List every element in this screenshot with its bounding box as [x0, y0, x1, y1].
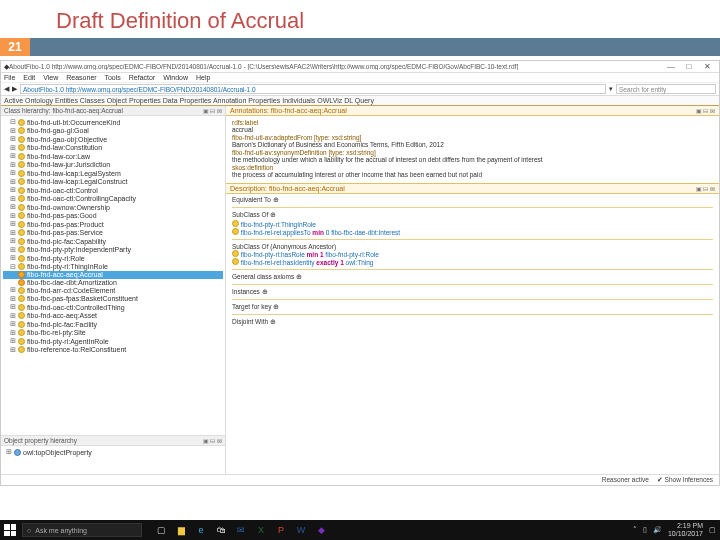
class-tree[interactable]: ⊟fibo-fnd-utl-bt:OccurrenceKind⊞fibo-fnd… — [1, 116, 225, 435]
clock-date[interactable]: 10/10/2017 — [668, 530, 703, 538]
expand-icon[interactable]: ⊞ — [5, 448, 12, 456]
expand-icon[interactable]: ⊞ — [9, 329, 16, 337]
expand-icon[interactable]: ⊞ — [9, 346, 16, 354]
menu-help[interactable]: Help — [196, 74, 210, 81]
expand-icon[interactable]: ⊞ — [9, 220, 16, 228]
tree-item[interactable]: ⊞fibo-fnd-law-lcap:LegalConstruct — [3, 178, 223, 187]
expand-icon[interactable]: ⊞ — [9, 161, 16, 169]
word-icon[interactable]: W — [294, 523, 308, 537]
edge-icon[interactable]: e — [194, 523, 208, 537]
tree-item[interactable]: ⊟fibo-fnd-utl-bt:OccurrenceKind — [3, 118, 223, 127]
tree-item[interactable]: ⊞fibo-fnd-pas-pas:Service — [3, 229, 223, 238]
show-inferences[interactable]: Show Inferences — [665, 476, 713, 483]
tree-item[interactable]: ⊞fibo-fnd-pty-rl:Role — [3, 254, 223, 263]
expand-icon[interactable]: ⊞ — [9, 135, 16, 143]
menu-file[interactable]: File — [4, 74, 15, 81]
tree-item[interactable]: ⊞fibo-fbc-rel-pty:Site — [3, 329, 223, 338]
maximize-button[interactable]: □ — [680, 62, 698, 71]
general-axioms-label[interactable]: General class axioms ⊕ — [232, 273, 713, 281]
expand-icon[interactable]: ⊞ — [9, 169, 16, 177]
tab-bar[interactable]: Active Ontology Entities Classes Object … — [1, 96, 719, 106]
tree-item[interactable]: ⊞fibo-fnd-arr-cd:CodeElement — [3, 286, 223, 295]
expand-icon[interactable]: ⊞ — [9, 203, 16, 211]
notifications-icon[interactable]: ▢ — [709, 526, 716, 534]
expand-icon[interactable]: ⊞ — [9, 229, 16, 237]
tree-item[interactable]: ⊞fibo-fnd-pty-pty:IndependentParty — [3, 246, 223, 255]
expand-icon[interactable]: ⊞ — [9, 312, 16, 320]
expand-icon[interactable]: ⊞ — [9, 178, 16, 186]
app-icon[interactable]: ◆ — [314, 523, 328, 537]
expand-icon[interactable]: ⊞ — [9, 195, 16, 203]
tree-item[interactable]: ⊞fibo-fnd-pty-rl:AgentInRole — [3, 337, 223, 346]
tree-item[interactable]: ⊞fibo-fnd-oac-ctl:ControllingCapacity — [3, 195, 223, 204]
tree-item[interactable]: ⊞fibo-fnd-gao-gl:Goal — [3, 127, 223, 136]
panel-controls-icon[interactable]: ▣ ⊟ ⊠ — [696, 185, 715, 192]
instances-label[interactable]: Instances ⊕ — [232, 288, 713, 296]
close-button[interactable]: ✕ — [698, 62, 716, 71]
panel-controls-icon[interactable]: ▣ ⊟ ⊠ — [203, 107, 222, 114]
expand-icon[interactable]: ⊞ — [9, 295, 16, 303]
excel-icon[interactable]: X — [254, 523, 268, 537]
back-icon[interactable]: ◀ — [4, 85, 9, 93]
powerpoint-icon[interactable]: P — [274, 523, 288, 537]
panel-controls-icon[interactable]: ▣ ⊟ ⊠ — [203, 437, 222, 444]
clock-time[interactable]: 2:19 PM — [668, 522, 703, 530]
expand-icon[interactable]: ⊞ — [9, 254, 16, 262]
tree-item[interactable]: ⊞fibo-fnd-law-jur:Jurisdiction — [3, 161, 223, 170]
expand-icon[interactable]: ⊟ — [9, 263, 16, 271]
equivalent-to-label[interactable]: Equivalent To ⊕ — [232, 196, 713, 204]
expand-icon[interactable]: ⊞ — [9, 303, 16, 311]
expand-icon[interactable]: ⊞ — [9, 286, 16, 294]
tree-item[interactable]: ⊞fibo-fnd-ownow:Ownership — [3, 203, 223, 212]
expand-icon[interactable]: ⊞ — [9, 127, 16, 135]
tree-item[interactable]: ⊞fibo-reference-to:RelConstituent — [3, 346, 223, 355]
tree-item[interactable]: fibo-fbc-dae-dbt:Amortization — [3, 279, 223, 287]
menu-edit[interactable]: Edit — [23, 74, 35, 81]
start-button[interactable] — [4, 524, 16, 536]
menubar[interactable]: File Edit View Reasoner Tools Refactor W… — [1, 73, 719, 83]
axiom-row[interactable]: fibo-fnd-rel-rel:hasIdentity exactly 1 o… — [232, 258, 713, 266]
tree-item[interactable]: ⊟fibo-fnd-pty-rl:ThingInRole — [3, 263, 223, 272]
tray-chevron-icon[interactable]: ˄ — [633, 526, 637, 534]
dropdown-icon[interactable]: ▾ — [609, 85, 613, 93]
tree-item[interactable]: ⊞ owl:topObjectProperty — [5, 448, 221, 456]
disjoint-with-label[interactable]: Disjoint With ⊕ — [232, 318, 713, 326]
forward-icon[interactable]: ▶ — [12, 85, 17, 93]
network-icon[interactable]: ▯ — [643, 526, 647, 534]
taskbar[interactable]: ○ Ask me anything ▢ ▆ e 🛍 ✉ X P W ◆ ˄ ▯ … — [0, 520, 720, 540]
expand-icon[interactable]: ⊟ — [9, 118, 16, 126]
axiom-row[interactable]: fibo-fnd-rel-rel:appliesTo min 0 fibo-fb… — [232, 228, 713, 236]
tree-item[interactable]: ⊞fibo-fnd-acc-aeq:Asset — [3, 312, 223, 321]
expand-icon[interactable]: ⊞ — [9, 186, 16, 194]
axiom-row[interactable]: fibo-fnd-pty-rl:hasRole min 1 fibo-fnd-p… — [232, 250, 713, 258]
tree-item[interactable]: ⊞fibo-fnd-law-cor:Law — [3, 152, 223, 161]
expand-icon[interactable]: ⊞ — [9, 246, 16, 254]
axiom-row[interactable]: fibo-fnd-pty-rl:ThingInRole — [232, 220, 713, 228]
tree-item[interactable]: ⊞fibo-fnd-plc-fac:Capability — [3, 237, 223, 246]
system-tray[interactable]: ˄ ▯ 🔊 2:19 PM 10/10/2017 ▢ — [633, 522, 716, 538]
subclass-of-label[interactable]: SubClass Of ⊕ — [232, 211, 713, 219]
expand-icon[interactable]: ⊞ — [9, 152, 16, 160]
tree-item[interactable]: fibo-fnd-acc-aeq:Accrual — [3, 271, 223, 279]
menu-window[interactable]: Window — [163, 74, 188, 81]
tree-item[interactable]: ⊞fibo-fnd-gao-obj:Objective — [3, 135, 223, 144]
tree-item[interactable]: ⊞fibo-fnd-pas-pas:Product — [3, 220, 223, 229]
outlook-icon[interactable]: ✉ — [234, 523, 248, 537]
tree-item[interactable]: ⊞fibo-fnd-oac-ctl:Control — [3, 186, 223, 195]
tree-item[interactable]: ⊞fibo-fnd-pas-pas:Good — [3, 212, 223, 221]
expand-icon[interactable]: ⊞ — [9, 212, 16, 220]
expand-icon[interactable]: ⊞ — [9, 337, 16, 345]
expand-icon[interactable]: ⊞ — [9, 320, 16, 328]
menu-refactor[interactable]: Refactor — [129, 74, 155, 81]
store-icon[interactable]: 🛍 — [214, 523, 228, 537]
expand-icon[interactable]: ⊞ — [9, 237, 16, 245]
tree-item[interactable]: ⊞fibo-fnd-plc-fac:Facility — [3, 320, 223, 329]
ontology-url[interactable]: AboutFibo-1.0 http://www.omg.org/spec/ED… — [20, 84, 606, 94]
tree-item[interactable]: ⊞fibo-fnd-law:Constitution — [3, 144, 223, 153]
minimize-button[interactable]: — — [662, 62, 680, 71]
entity-search[interactable]: Search for entity — [616, 84, 716, 94]
target-key-label[interactable]: Target for key ⊕ — [232, 303, 713, 311]
menu-view[interactable]: View — [43, 74, 58, 81]
volume-icon[interactable]: 🔊 — [653, 526, 662, 534]
taskbar-search[interactable]: ○ Ask me anything — [22, 523, 142, 537]
